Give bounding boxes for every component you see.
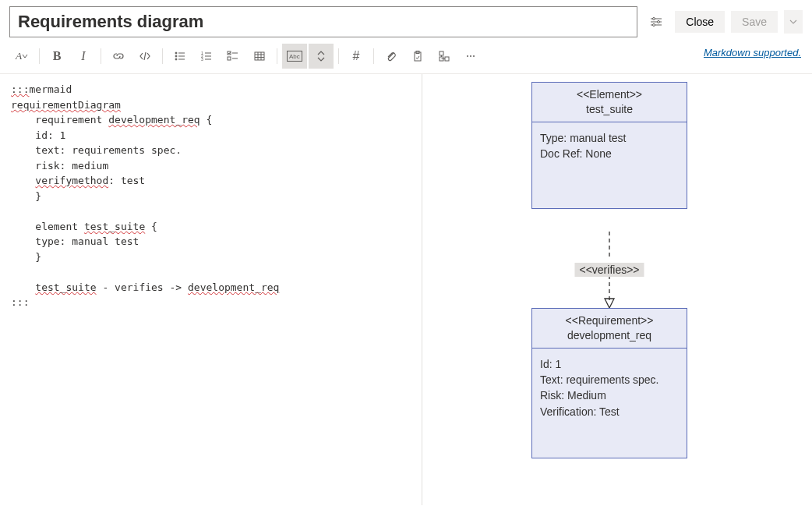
header: Close Save [0, 0, 812, 42]
bullet-list-icon[interactable] [168, 44, 192, 69]
bold-icon[interactable]: B [44, 44, 69, 69]
save-button[interactable]: Save [731, 11, 778, 33]
svg-point-7 [175, 52, 177, 54]
code-text: requirementDiagram [11, 99, 121, 111]
svg-point-4 [658, 21, 660, 23]
separator [338, 48, 339, 64]
markdown-link[interactable]: Markdown supported. [704, 47, 801, 58]
svg-rect-34 [445, 57, 449, 61]
settings-icon[interactable] [644, 9, 669, 34]
close-button[interactable]: Close [675, 11, 725, 33]
svg-point-11 [175, 58, 177, 60]
workitem-icon[interactable] [432, 44, 457, 69]
toolbar: A B I 123 Abc # Markdown supported. [0, 42, 812, 74]
code-text: ::: [11, 83, 29, 95]
svg-rect-21 [228, 57, 231, 60]
code-icon[interactable] [132, 44, 157, 69]
svg-line-6 [144, 52, 146, 60]
attachment-icon[interactable] [379, 44, 404, 69]
abc-highlight-icon[interactable]: Abc [282, 44, 307, 69]
svg-rect-23 [255, 52, 264, 60]
separator [162, 48, 163, 64]
svg-text:3: 3 [201, 57, 203, 62]
collapse-expand-icon[interactable] [309, 44, 334, 69]
edge-label: <<verifies>> [574, 263, 644, 277]
separator [39, 48, 40, 64]
svg-point-37 [467, 55, 468, 57]
link-icon[interactable] [106, 44, 131, 69]
numbered-list-icon[interactable]: 123 [194, 44, 219, 69]
node-body: Id: 1 Text: requirements spec. Risk: Med… [532, 349, 687, 458]
diagram-edge: <<verifies>> [531, 232, 687, 308]
node-body: Type: manual test Doc Ref: None [532, 122, 687, 208]
editor-pane[interactable]: :::mermaid requirementDiagram requiremen… [0, 74, 422, 505]
save-dropdown-icon[interactable] [784, 10, 803, 34]
content: :::mermaid requirementDiagram requiremen… [0, 74, 812, 505]
svg-text:Abc: Abc [289, 53, 300, 60]
more-icon[interactable] [458, 44, 483, 69]
title-input[interactable] [9, 6, 637, 37]
svg-point-3 [653, 18, 655, 20]
separator [373, 48, 374, 64]
header-format-icon[interactable]: A [9, 44, 34, 69]
clipboard-icon[interactable] [405, 44, 430, 69]
separator [277, 48, 277, 64]
preview-pane: <<Element>> test_suite Type: manual test… [422, 74, 812, 505]
checklist-icon[interactable] [221, 44, 245, 69]
diagram-requirement-node: <<Requirement>> development_req Id: 1 Te… [531, 308, 687, 458]
svg-point-9 [175, 55, 177, 57]
svg-point-39 [473, 55, 475, 57]
italic-icon[interactable]: I [71, 44, 96, 69]
svg-rect-32 [440, 51, 443, 55]
svg-point-5 [653, 24, 655, 27]
node-header: <<Requirement>> development_req [532, 309, 687, 349]
node-header: <<Element>> test_suite [532, 83, 687, 122]
table-icon[interactable] [247, 44, 272, 69]
svg-point-38 [470, 55, 471, 57]
diagram-element-node: <<Element>> test_suite Type: manual test… [531, 82, 687, 209]
separator [101, 48, 101, 64]
hash-icon[interactable]: # [344, 44, 369, 69]
